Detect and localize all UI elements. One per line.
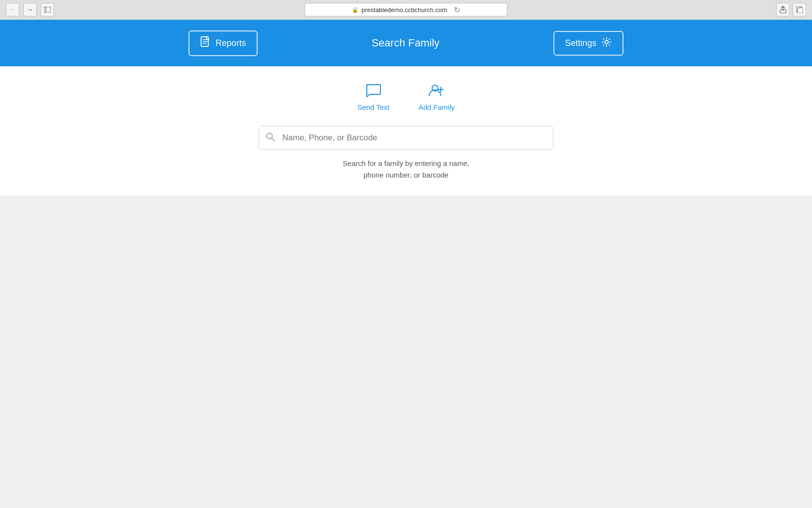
lock-icon: 🔒: [352, 7, 359, 13]
svg-rect-0: [44, 7, 51, 13]
content-area: Send Text Add Family: [0, 66, 812, 195]
reports-label: Reports: [216, 38, 246, 48]
action-row: Send Text Add Family: [357, 81, 454, 111]
search-icon: [265, 132, 275, 144]
sidebar-button[interactable]: [41, 3, 54, 16]
tabs-button[interactable]: [793, 3, 806, 16]
search-hint: Search for a family by entering a name, …: [343, 158, 469, 181]
settings-icon: [601, 37, 612, 50]
search-input[interactable]: [259, 126, 553, 150]
browser-chrome: ← → 🔒 prestabledemo.ccbchurch.com ↻: [0, 0, 812, 20]
svg-line-9: [272, 138, 275, 141]
svg-point-6: [605, 40, 608, 44]
address-bar[interactable]: 🔒 prestabledemo.ccbchurch.com ↻: [304, 3, 508, 16]
nav-bar-inner: Reports Search Family Settings: [188, 30, 624, 56]
browser-toolbar: ← → 🔒 prestabledemo.ccbchurch.com ↻: [0, 0, 812, 19]
nav-title: Search Family: [372, 37, 440, 49]
browser-right-buttons: [776, 3, 806, 16]
add-family-label: Add Family: [419, 103, 455, 111]
reload-icon[interactable]: ↻: [454, 5, 460, 15]
settings-button[interactable]: Settings: [553, 31, 624, 56]
reports-button[interactable]: Reports: [188, 30, 258, 56]
search-hint-line1: Search for a family by entering a name,: [343, 159, 469, 167]
send-text-label: Send Text: [357, 103, 389, 111]
back-button[interactable]: ←: [6, 3, 19, 16]
add-family-button[interactable]: Add Family: [419, 81, 455, 111]
forward-button[interactable]: →: [23, 3, 37, 16]
app-container: Reports Search Family Settings: [0, 20, 812, 195]
search-container: [259, 126, 553, 150]
send-text-icon: [363, 81, 383, 100]
send-text-button[interactable]: Send Text: [357, 81, 389, 111]
add-family-icon: [427, 81, 446, 100]
svg-rect-4: [798, 8, 803, 13]
reports-icon: [200, 36, 211, 50]
share-button[interactable]: [776, 3, 790, 16]
search-hint-line2: phone number, or barcode: [363, 171, 449, 179]
settings-label: Settings: [565, 38, 596, 48]
nav-bar: Reports Search Family Settings: [0, 20, 812, 66]
url-text: prestabledemo.ccbchurch.com: [362, 6, 447, 14]
